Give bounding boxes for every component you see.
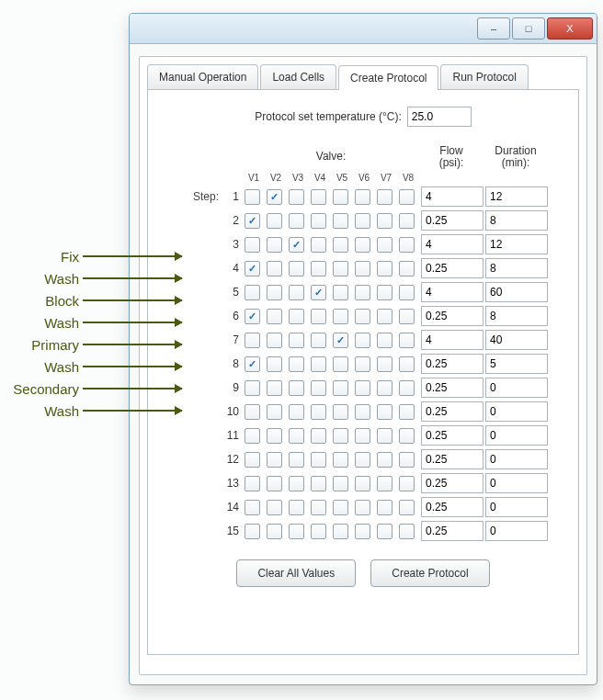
valve-checkbox-step14-v5[interactable] (333, 500, 348, 515)
valve-checkbox-step10-v1[interactable] (245, 404, 260, 420)
flow-input-step6[interactable] (421, 306, 484, 326)
valve-checkbox-step11-v1[interactable] (245, 428, 260, 444)
valve-checkbox-step7-v2[interactable] (267, 333, 282, 348)
valve-checkbox-step1-v8[interactable] (399, 189, 415, 205)
valve-checkbox-step12-v2[interactable] (267, 452, 282, 468)
duration-input-step9[interactable] (485, 378, 548, 398)
valve-checkbox-step11-v5[interactable] (333, 428, 348, 444)
valve-checkbox-step6-v2[interactable] (267, 309, 282, 324)
valve-checkbox-step1-v3[interactable] (289, 189, 304, 205)
valve-checkbox-step15-v1[interactable] (245, 524, 260, 539)
flow-input-step1[interactable] (421, 186, 484, 207)
valve-checkbox-step3-v3[interactable] (289, 237, 304, 253)
valve-checkbox-step4-v2[interactable] (267, 261, 282, 277)
valve-checkbox-step3-v2[interactable] (267, 237, 282, 253)
valve-checkbox-step8-v8[interactable] (399, 356, 415, 372)
valve-checkbox-step14-v1[interactable] (245, 500, 260, 515)
valve-checkbox-step14-v6[interactable] (355, 500, 370, 515)
valve-checkbox-step1-v6[interactable] (355, 189, 370, 205)
valve-checkbox-step3-v1[interactable] (245, 237, 260, 253)
valve-checkbox-step1-v2[interactable] (267, 189, 282, 205)
valve-checkbox-step15-v4[interactable] (311, 524, 326, 539)
duration-input-step12[interactable] (485, 449, 548, 469)
duration-input-step5[interactable] (485, 282, 548, 302)
flow-input-step5[interactable] (421, 282, 484, 302)
valve-checkbox-step10-v2[interactable] (267, 404, 282, 420)
valve-checkbox-step4-v8[interactable] (399, 261, 415, 277)
flow-input-step13[interactable] (421, 473, 484, 493)
valve-checkbox-step7-v1[interactable] (245, 333, 260, 348)
valve-checkbox-step14-v3[interactable] (289, 500, 304, 515)
valve-checkbox-step1-v5[interactable] (333, 189, 348, 205)
valve-checkbox-step9-v4[interactable] (311, 380, 326, 396)
valve-checkbox-step11-v2[interactable] (267, 428, 282, 444)
valve-checkbox-step7-v4[interactable] (311, 333, 326, 348)
valve-checkbox-step8-v5[interactable] (333, 356, 348, 372)
valve-checkbox-step4-v7[interactable] (377, 261, 393, 277)
valve-checkbox-step15-v3[interactable] (289, 524, 304, 539)
valve-checkbox-step3-v6[interactable] (355, 237, 370, 253)
clear-all-values-button[interactable]: Clear All Values (236, 559, 356, 587)
create-protocol-button[interactable]: Create Protocol (370, 559, 489, 587)
valve-checkbox-step12-v3[interactable] (289, 452, 304, 468)
valve-checkbox-step4-v6[interactable] (355, 261, 370, 277)
duration-input-step7[interactable] (485, 330, 548, 350)
valve-checkbox-step13-v3[interactable] (289, 476, 304, 491)
valve-checkbox-step6-v1[interactable] (245, 309, 260, 324)
valve-checkbox-step2-v2[interactable] (267, 213, 282, 229)
duration-input-step1[interactable] (485, 186, 548, 207)
valve-checkbox-step13-v6[interactable] (355, 476, 370, 491)
flow-input-step3[interactable] (421, 234, 484, 254)
valve-checkbox-step12-v5[interactable] (333, 452, 348, 468)
flow-input-step7[interactable] (421, 330, 484, 350)
valve-checkbox-step14-v2[interactable] (267, 500, 282, 515)
valve-checkbox-step5-v7[interactable] (377, 285, 393, 300)
valve-checkbox-step5-v4[interactable] (311, 285, 326, 300)
valve-checkbox-step11-v6[interactable] (355, 428, 370, 444)
valve-checkbox-step6-v7[interactable] (377, 309, 393, 324)
valve-checkbox-step4-v4[interactable] (311, 261, 326, 277)
valve-checkbox-step13-v8[interactable] (399, 476, 415, 491)
valve-checkbox-step13-v7[interactable] (377, 476, 393, 491)
valve-checkbox-step3-v4[interactable] (311, 237, 326, 253)
valve-checkbox-step5-v3[interactable] (289, 285, 304, 300)
valve-checkbox-step7-v6[interactable] (355, 333, 370, 348)
valve-checkbox-step10-v6[interactable] (355, 404, 370, 420)
valve-checkbox-step7-v3[interactable] (289, 333, 304, 348)
valve-checkbox-step4-v1[interactable] (245, 261, 260, 277)
valve-checkbox-step15-v6[interactable] (355, 524, 370, 539)
duration-input-step10[interactable] (485, 401, 548, 422)
valve-checkbox-step2-v6[interactable] (355, 213, 370, 229)
duration-input-step11[interactable] (485, 425, 548, 446)
valve-checkbox-step2-v5[interactable] (333, 213, 348, 229)
valve-checkbox-step6-v5[interactable] (333, 309, 348, 324)
flow-input-step8[interactable] (421, 354, 484, 374)
valve-checkbox-step9-v7[interactable] (377, 380, 393, 396)
valve-checkbox-step8-v3[interactable] (289, 356, 304, 372)
window-maximize-button[interactable]: □ (512, 17, 545, 40)
valve-checkbox-step12-v7[interactable] (377, 452, 393, 468)
valve-checkbox-step10-v5[interactable] (333, 404, 348, 420)
valve-checkbox-step2-v4[interactable] (311, 213, 326, 229)
valve-checkbox-step1-v7[interactable] (377, 189, 393, 205)
flow-input-step4[interactable] (421, 258, 484, 278)
valve-checkbox-step12-v8[interactable] (399, 452, 415, 468)
flow-input-step12[interactable] (421, 449, 484, 469)
valve-checkbox-step7-v7[interactable] (377, 333, 393, 348)
duration-input-step6[interactable] (485, 306, 548, 326)
valve-checkbox-step3-v5[interactable] (333, 237, 348, 253)
flow-input-step10[interactable] (421, 401, 484, 422)
valve-checkbox-step6-v8[interactable] (399, 309, 415, 324)
flow-input-step14[interactable] (421, 497, 484, 517)
valve-checkbox-step8-v2[interactable] (267, 356, 282, 372)
valve-checkbox-step15-v8[interactable] (399, 524, 415, 539)
valve-checkbox-step10-v4[interactable] (311, 404, 326, 420)
valve-checkbox-step6-v3[interactable] (289, 309, 304, 324)
valve-checkbox-step11-v8[interactable] (399, 428, 415, 444)
valve-checkbox-step2-v1[interactable] (245, 213, 260, 229)
flow-input-step2[interactable] (421, 210, 484, 231)
valve-checkbox-step8-v6[interactable] (355, 356, 370, 372)
valve-checkbox-step10-v8[interactable] (399, 404, 415, 420)
valve-checkbox-step6-v6[interactable] (355, 309, 370, 324)
duration-input-step14[interactable] (485, 497, 548, 517)
